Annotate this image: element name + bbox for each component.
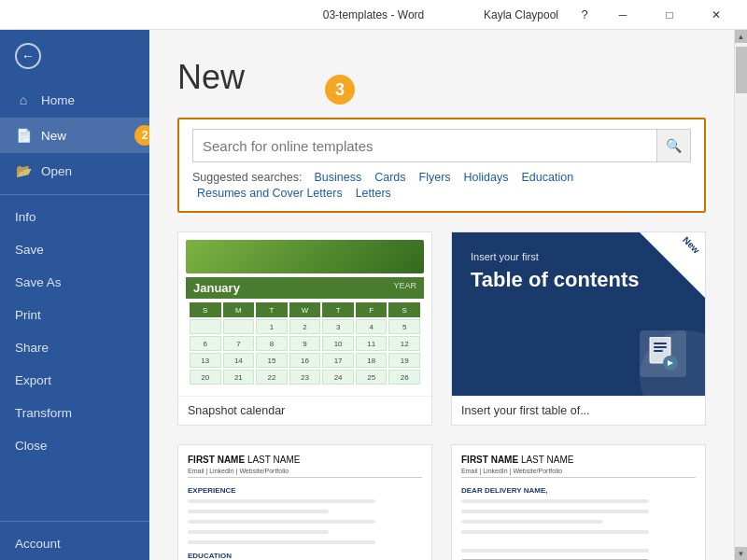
search-icon: 🔍 — [666, 138, 682, 153]
suggested-row-2: Resumes and Cover Letters Letters — [192, 187, 691, 200]
back-button[interactable]: ← — [0, 30, 149, 82]
calendar-template-label: Snapshot calendar — [178, 396, 431, 425]
back-arrow-icon: ← — [15, 43, 41, 69]
sidebar-divider-bottom — [0, 521, 149, 522]
maximize-button[interactable]: □ — [648, 0, 691, 30]
suggested-label: Suggested searches: — [192, 171, 302, 184]
sidebar-item-export[interactable]: Export — [0, 364, 149, 397]
sidebar-item-new-label: New — [41, 129, 66, 143]
template-card-calendar[interactable]: January YEAR SMTWTFS 12345 — [177, 231, 432, 426]
close-button[interactable]: ✕ — [695, 0, 738, 30]
minimize-button[interactable]: ─ — [601, 0, 644, 30]
search-input[interactable] — [193, 132, 656, 161]
resume1-subtitle: Email | LinkedIn | Website/Portfolio — [188, 468, 422, 478]
template-card-toc[interactable]: New Insert your first Table of contents — [451, 231, 706, 426]
suggested-holidays[interactable]: Holidays — [459, 171, 514, 184]
app-body: ← ⌂ Home 📄 New 2 📂 Open Info Save Save A… — [0, 30, 747, 560]
toc-document-icon — [640, 330, 686, 377]
search-button[interactable]: 🔍 — [656, 130, 690, 161]
template-card-resume-2[interactable]: FIRST NAME LAST NAME Email | LinkedIn | … — [451, 444, 706, 560]
new-icon: 📄 — [15, 128, 32, 143]
title-bar-username: Kayla Claypool — [484, 8, 558, 21]
sidebar-item-open-label: Open — [41, 164, 72, 178]
sidebar-item-transform[interactable]: Transform — [0, 397, 149, 429]
sidebar-nav: ⌂ Home 📄 New 2 📂 Open — [0, 82, 149, 189]
scroll-up-button[interactable]: ▲ — [735, 30, 748, 43]
sidebar-item-home-label: Home — [41, 93, 75, 107]
home-icon: ⌂ — [15, 92, 32, 107]
template-thumb-calendar: January YEAR SMTWTFS 12345 — [178, 232, 431, 396]
scrollbar-thumb[interactable] — [736, 47, 747, 93]
suggested-row-1: Suggested searches: Business Cards Flyer… — [192, 171, 691, 184]
svg-rect-3 — [654, 350, 663, 352]
template-card-resume-1[interactable]: FIRST NAME LAST NAME Email | LinkedIn | … — [177, 444, 432, 560]
search-container: 🔍 Suggested searches: Business Cards Fly… — [177, 118, 706, 213]
sidebar-item-save-as[interactable]: Save As — [0, 266, 149, 299]
sidebar: ← ⌂ Home 📄 New 2 📂 Open Info Save Save A… — [0, 30, 149, 560]
page-title: New — [177, 58, 706, 97]
sidebar-divider-top — [0, 194, 149, 195]
sidebar-item-save[interactable]: Save — [0, 233, 149, 266]
sidebar-item-print[interactable]: Print — [0, 299, 149, 331]
main-content: 3 New 🔍 Suggested searches: Business Car… — [149, 30, 734, 560]
scrollbar-track: ▲ ▼ — [734, 30, 747, 560]
open-icon: 📂 — [15, 163, 32, 178]
sidebar-item-new[interactable]: 📄 New 2 — [0, 118, 149, 153]
sidebar-item-account[interactable]: Account — [0, 527, 149, 560]
toc-template-label: Insert your first table of... — [452, 396, 705, 425]
svg-rect-2 — [654, 346, 667, 348]
suggested-resumes[interactable]: Resumes and Cover Letters — [192, 187, 347, 200]
search-row: 🔍 — [192, 129, 691, 162]
suggested-cards[interactable]: Cards — [370, 171, 410, 184]
sidebar-item-info[interactable]: Info — [0, 201, 149, 233]
main-wrapper: 3 New 🔍 Suggested searches: Business Car… — [149, 30, 747, 560]
badge-3: 3 — [325, 75, 355, 105]
sidebar-item-open[interactable]: 📂 Open — [0, 153, 149, 189]
suggested-flyers[interactable]: Flyers — [415, 171, 456, 184]
sidebar-item-home[interactable]: ⌂ Home — [0, 82, 149, 118]
suggested-business[interactable]: Business — [309, 171, 366, 184]
scroll-down-button[interactable]: ▼ — [735, 547, 748, 560]
sidebar-item-share[interactable]: Share — [0, 331, 149, 364]
toc-small-text: Insert your first — [471, 251, 686, 262]
template-thumb-toc: New Insert your first Table of contents — [452, 232, 705, 396]
resume2-name: FIRST NAME LAST NAME — [461, 455, 696, 465]
title-bar-filename: 03-templates - Word — [323, 8, 425, 21]
suggested-letters[interactable]: Letters — [351, 187, 396, 200]
template-grid: January YEAR SMTWTFS 12345 — [177, 231, 706, 560]
suggested-education[interactable]: Education — [517, 171, 579, 184]
title-bar: 03-templates - Word Kayla Claypool ? ─ □… — [0, 0, 747, 30]
sidebar-item-close[interactable]: Close — [0, 429, 149, 462]
resume2-subtitle: Email | LinkedIn | Website/Portfolio — [461, 468, 696, 478]
resume1-name: FIRST NAME LAST NAME — [188, 455, 422, 465]
svg-rect-1 — [654, 343, 667, 344]
help-button[interactable]: ? — [571, 2, 598, 28]
template-thumb-resume-2: FIRST NAME LAST NAME Email | LinkedIn | … — [452, 445, 705, 560]
template-thumb-resume-1: FIRST NAME LAST NAME Email | LinkedIn | … — [178, 445, 431, 560]
